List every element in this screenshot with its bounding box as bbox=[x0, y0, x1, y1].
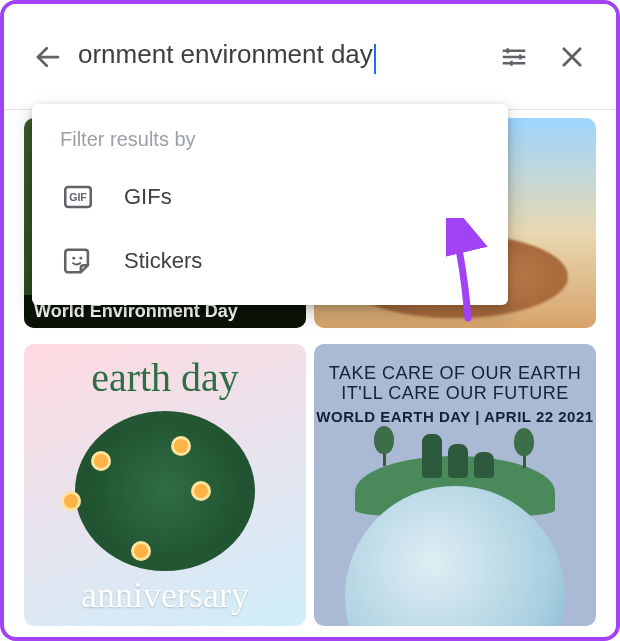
tile-text: earth day bbox=[24, 358, 306, 398]
result-tile[interactable]: earth day anniversary bbox=[24, 344, 306, 626]
tile-text: TAKE CARE OF OUR EARTH bbox=[314, 364, 596, 384]
tile-art bbox=[75, 411, 255, 571]
search-input[interactable]: ornment environment day bbox=[78, 39, 373, 69]
svg-point-11 bbox=[72, 257, 75, 260]
filter-popover: Filter results by GIF GIFs bbox=[32, 104, 508, 305]
search-input-wrap[interactable]: ornment environment day bbox=[78, 39, 480, 74]
tile-text: anniversary bbox=[24, 574, 306, 616]
result-tile[interactable]: TAKE CARE OF OUR EARTH IT'LL CARE OUR FU… bbox=[314, 344, 596, 626]
filter-option-label: GIFs bbox=[124, 184, 172, 210]
gif-icon: GIF bbox=[60, 179, 96, 215]
filter-option-stickers[interactable]: Stickers bbox=[32, 229, 508, 293]
back-button[interactable] bbox=[24, 33, 72, 81]
popover-title: Filter results by bbox=[32, 122, 508, 165]
tile-text: IT'LL CARE OUR FUTURE bbox=[314, 384, 596, 404]
close-button[interactable] bbox=[548, 33, 596, 81]
filter-option-gifs[interactable]: GIF GIFs bbox=[32, 165, 508, 229]
close-icon bbox=[558, 43, 586, 71]
text-caret bbox=[374, 44, 376, 74]
tile-text: WORLD EARTH DAY | APRIL 22 2021 bbox=[314, 408, 596, 425]
arrow-back-icon bbox=[33, 42, 63, 72]
tune-icon bbox=[499, 42, 529, 72]
sticker-icon bbox=[60, 243, 96, 279]
filter-option-label: Stickers bbox=[124, 248, 202, 274]
filter-button[interactable] bbox=[490, 33, 538, 81]
search-header: ornment environment day bbox=[4, 4, 616, 110]
results-area: World Environment Day earth day annivers… bbox=[4, 110, 616, 637]
svg-text:GIF: GIF bbox=[69, 191, 87, 203]
svg-point-12 bbox=[79, 257, 82, 260]
